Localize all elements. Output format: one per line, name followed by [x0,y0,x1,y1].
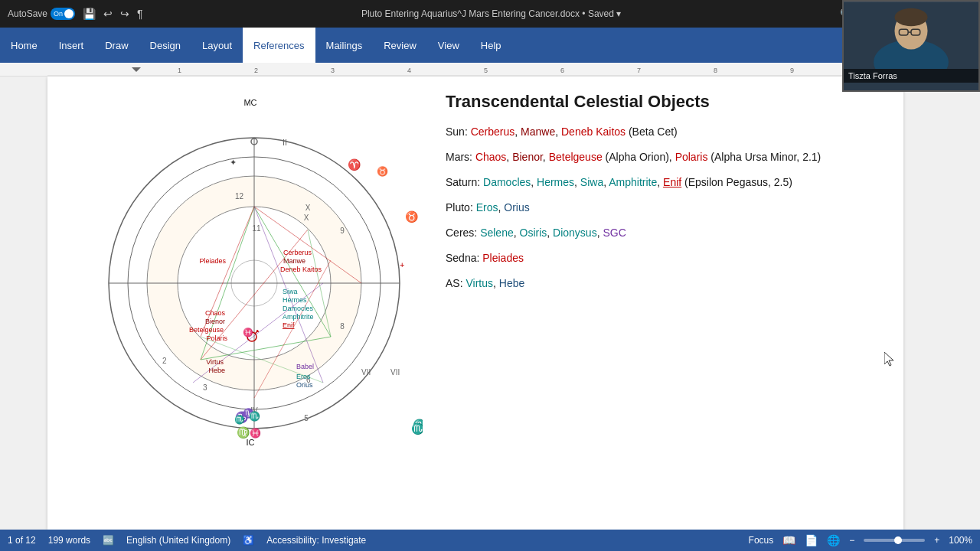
status-bar: 1 of 12 199 words 🔤 English (United King… [0,530,980,551]
pluto-entry: Pluto: Eros, Orius [446,200,858,216]
mars-entry: Mars: Chaos, Bienor, Betelgeuse (Alpha O… [446,149,858,165]
autosave-knob [64,9,74,18]
text-content: Transcendental Celestial Objects Sun: Ce… [446,92,858,301]
ribbon: Home Insert Draw Design Layout Reference… [0,28,980,63]
svg-text:Damocles: Damocles [283,305,314,312]
as-entry: AS: Virtus, Hebe [446,276,858,292]
svg-text:Deneb Kaitos: Deneb Kaitos [280,266,322,273]
format-icon[interactable]: ¶ [137,8,143,20]
saturn-label: Saturn: [446,176,483,188]
svg-text:9: 9 [790,67,794,74]
zoom-in-icon[interactable]: + [934,535,939,546]
accessibility-label: Accessibility: Investigate [266,535,366,546]
svg-text:♏: ♏ [234,414,245,425]
sedna-entry: Sedna: Pleiades [446,250,858,266]
svg-text:8: 8 [340,322,345,331]
svg-text:11: 11 [252,224,261,233]
svg-text:Hebe: Hebe [208,367,225,374]
svg-text:+: + [400,260,404,269]
web-layout-icon[interactable]: 🌐 [827,534,840,546]
svg-text:2: 2 [162,357,167,365]
page-info: 1 of 12 [8,535,36,546]
svg-text:X: X [305,204,311,212]
redo-icon[interactable]: ↪ [120,8,129,20]
svg-marker-17 [132,67,141,72]
spell-check-icon[interactable]: 🔤 [103,535,114,546]
tab-help[interactable]: Help [470,28,512,63]
svg-text:Pleiades: Pleiades [199,257,226,265]
ruler: 1 2 3 4 5 6 7 8 9 [0,63,980,77]
sun-label: Sun: [446,126,471,138]
svg-text:2: 2 [254,67,258,74]
svg-text:Chaos: Chaos [205,309,226,317]
svg-text:1: 1 [178,67,181,74]
pluto-label: Pluto: [446,201,476,214]
svg-text:♉: ♉ [405,210,419,223]
svg-text:✦: ✦ [230,158,237,167]
svg-point-3 [894,8,927,26]
ceres-entry: Ceres: Selene, Osiris, Dionysus, SGC [446,225,858,241]
svg-text:MC: MC [243,98,256,107]
tab-view[interactable]: View [427,28,470,63]
svg-text:VII: VII [361,368,371,377]
svg-text:7: 7 [637,67,641,74]
tab-mailings[interactable]: Mailings [315,28,374,63]
document-heading: Transcendental Celestial Objects [446,92,858,112]
autosave-on-label: On [54,10,63,18]
svg-text:4: 4 [407,67,411,74]
svg-text:♉: ♉ [377,165,388,177]
svg-text:3: 3 [331,67,335,74]
read-mode-icon[interactable]: 📖 [782,534,795,546]
zoom-out-icon[interactable]: − [849,535,854,546]
svg-text:Orius: Orius [296,381,313,389]
svg-text:6: 6 [560,67,564,74]
astrology-chart: MC IC 11 [93,92,423,455]
svg-text:12: 12 [235,192,244,201]
svg-text:9: 9 [340,227,345,235]
sun-entry: Sun: Cerberus, Manwe, Deneb Kaitos (Beta… [446,124,858,140]
video-name: Tiszta Forras [844,69,978,83]
tab-layout[interactable]: Layout [191,28,243,63]
svg-text:Eros: Eros [296,373,311,380]
autosave-toggle[interactable]: On [51,8,75,20]
svg-text:♓: ♓ [243,327,253,337]
svg-text:Babel: Babel [296,363,314,370]
tab-review[interactable]: Review [373,28,427,63]
accessibility-icon[interactable]: ♿ [243,535,254,546]
tab-home[interactable]: Home [0,28,48,63]
language: English (United Kingdom) [126,535,230,546]
sedna-label: Sedna: [446,252,482,264]
undo-icon[interactable]: ↩ [103,8,113,20]
print-layout-icon[interactable]: 📄 [805,534,818,546]
svg-text:♈: ♈ [348,158,361,171]
zoom-knob [894,536,902,544]
statusbar-right: Focus 📖 📄 🌐 − + 100% [749,534,972,546]
svg-text:X: X [304,214,309,222]
saturn-entry: Saturn: Damocles, Hermes, Siwa, Amphitri… [446,174,858,191]
svg-text:3: 3 [203,383,207,392]
title-bar: AutoSave On 💾 ↩ ↪ ¶ Pluto Entering Aquar… [0,0,980,28]
document-page[interactable]: MC IC 11 [47,77,903,530]
video-feed [844,2,978,69]
svg-text:5: 5 [304,414,309,422]
svg-text:♍: ♍ [237,426,250,439]
svg-text:Cerberus: Cerberus [283,249,312,256]
tab-draw[interactable]: Draw [94,28,139,63]
as-label: AS: [446,277,466,289]
svg-text:IC: IC [247,438,255,447]
focus-label[interactable]: Focus [749,535,774,546]
svg-text:II: II [283,138,287,147]
svg-text:Virtus: Virtus [206,358,224,366]
tab-insert[interactable]: Insert [48,28,95,63]
zoom-slider[interactable] [864,539,925,542]
zoom-level: 100% [949,535,972,546]
tab-design[interactable]: Design [139,28,191,63]
tab-references[interactable]: References [243,28,315,63]
svg-text:VII: VII [390,368,400,377]
svg-text:Manwe: Manwe [283,257,305,265]
svg-text:Siwa: Siwa [283,288,298,295]
document-title: Pluto Entering Aquarius^J Mars Entering … [151,8,832,19]
ruler-content: 1 2 3 4 5 6 7 8 9 [0,63,980,76]
mars-label: Mars: [446,151,475,163]
save-icon[interactable]: 💾 [83,8,96,20]
